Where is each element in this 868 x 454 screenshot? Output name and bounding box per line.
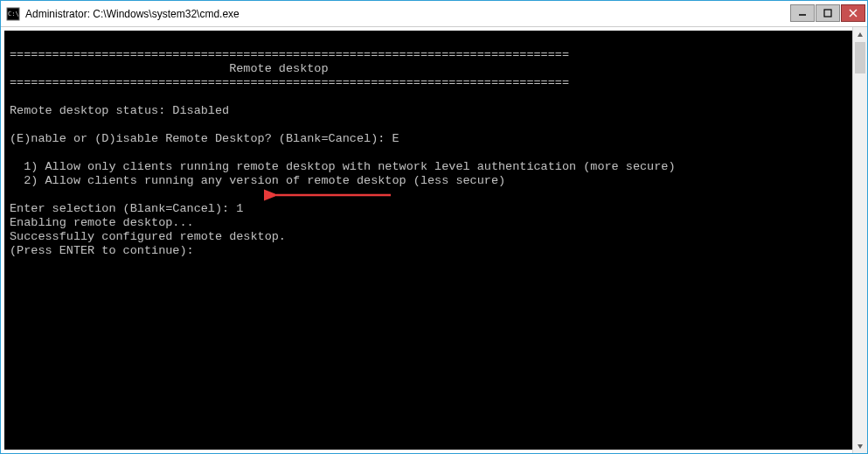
vertical-scrollbar[interactable] [852,27,867,453]
selection-prompt: Enter selection (Blank=Cancel): 1 [10,202,243,215]
cmd-window: C:\ Administrator: C:\Windows\system32\c… [0,0,868,454]
status-line: Remote desktop status: Disabled [10,104,229,117]
cmd-icon: C:\ [6,7,20,21]
separator-line: ========================================… [10,76,569,89]
option-2: 2) Allow clients running any version of … [10,174,505,187]
enabling-line: Enabling remote desktop... [10,216,194,229]
option-1: 1) Allow only clients running remote des… [10,160,676,173]
svg-marker-9 [858,444,863,449]
close-button[interactable] [841,4,865,22]
minimize-button[interactable] [790,4,815,22]
console-output[interactable]: ========================================… [4,31,852,450]
heading-indent [10,62,229,75]
titlebar[interactable]: C:\ Administrator: C:\Windows\system32\c… [1,1,867,27]
svg-text:C:\: C:\ [8,10,19,17]
scroll-thumb[interactable] [855,42,865,73]
scroll-up-button[interactable] [853,27,867,42]
window-controls [790,4,865,24]
success-line: Successfully configured remote desktop. [10,230,286,243]
svg-marker-8 [858,32,863,37]
enable-prompt: (E)nable or (D)isable Remote Desktop? (B… [10,132,399,145]
window-title: Administrator: C:\Windows\system32\cmd.e… [25,8,790,20]
press-enter-line: (Press ENTER to continue): [10,244,194,257]
svg-rect-3 [824,10,831,17]
heading-text: Remote desktop [229,62,328,75]
scroll-track[interactable] [853,42,867,438]
scroll-down-button[interactable] [853,438,867,453]
separator-line: ========================================… [10,48,569,61]
maximize-button[interactable] [816,4,840,22]
annotation-arrow-icon [264,188,395,202]
client-area: ========================================… [1,27,867,453]
